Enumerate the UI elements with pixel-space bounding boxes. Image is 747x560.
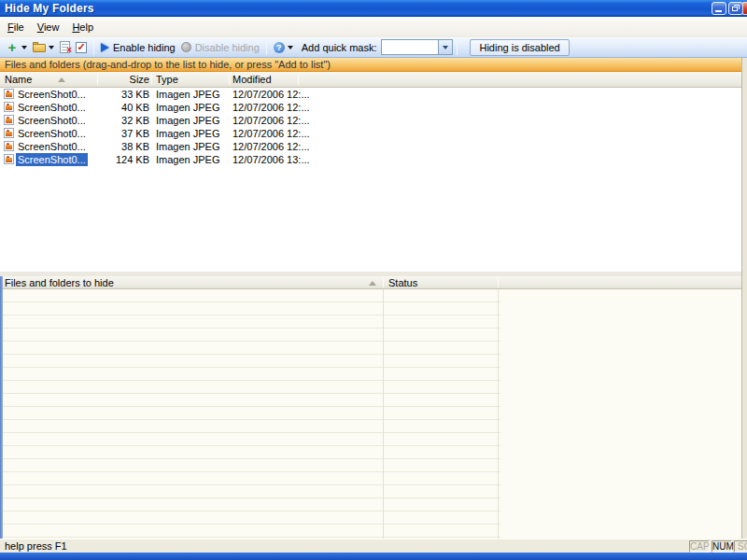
menu-help[interactable]: Help: [65, 19, 100, 35]
scroll-lock-indicator: SC: [734, 540, 747, 553]
add-files-dropdown-icon: [21, 46, 27, 49]
table-row[interactable]: ScreenShot0... 38 KB Imagen JPEG 12/07/2…: [0, 140, 741, 153]
enable-hiding-button[interactable]: Enable hiding: [98, 38, 178, 57]
file-list: ScreenShot0... 33 KB Imagen JPEG 12/07/2…: [0, 88, 741, 272]
file-name: ScreenShot0...: [16, 140, 88, 153]
caps-lock-indicator: CAP: [689, 540, 710, 553]
column-header-files-to-hide[interactable]: Files and folders to hide: [5, 277, 114, 288]
table-row[interactable]: ScreenShot0... 40 KB Imagen JPEG 12/07/2…: [0, 101, 741, 114]
file-size: 40 KB: [92, 101, 149, 114]
stop-icon: [181, 42, 191, 52]
window-right-border: [741, 58, 747, 553]
menu-view[interactable]: View: [31, 19, 66, 35]
file-type: Imagen JPEG: [156, 101, 219, 114]
jpeg-file-icon: [4, 115, 14, 125]
window-left-border: [0, 276, 3, 553]
file-name: ScreenShot0...: [16, 127, 88, 140]
add-folder-button[interactable]: [30, 38, 57, 57]
file-list-header: Name Size Type Modified: [0, 72, 747, 88]
chevron-down-icon: [443, 46, 448, 49]
sort-ascending-icon: [369, 281, 376, 286]
column-header-type[interactable]: Type: [156, 74, 178, 85]
disable-hiding-button[interactable]: Disable hiding: [178, 38, 262, 57]
file-type: Imagen JPEG: [156, 114, 219, 127]
column-header-size[interactable]: Size: [92, 74, 149, 85]
file-modified: 12/07/2006 13:...: [233, 153, 310, 166]
file-modified: 12/07/2006 12:...: [233, 114, 310, 127]
play-icon: [101, 43, 109, 52]
file-size: 32 KB: [92, 114, 149, 127]
hide-list[interactable]: [3, 289, 741, 539]
restore-button[interactable]: [728, 2, 743, 15]
add-files-button[interactable]: +: [3, 38, 30, 57]
sort-ascending-icon: [58, 77, 65, 82]
file-type: Imagen JPEG: [156, 88, 219, 101]
file-modified: 12/07/2006 12:...: [233, 127, 310, 140]
quick-mask-label: Add quick mask:: [302, 42, 377, 53]
add-files-icon: +: [6, 41, 19, 54]
file-name: ScreenShot0...: [16, 153, 88, 166]
quick-mask-icon: ?: [274, 42, 285, 53]
minimize-icon: [715, 10, 722, 12]
file-type: Imagen JPEG: [156, 153, 219, 166]
status-help-text: help press F1: [0, 540, 67, 552]
remove-from-list-button[interactable]: ×: [57, 38, 73, 57]
window-bottom-border: [0, 553, 747, 560]
table-row[interactable]: ScreenShot0... 37 KB Imagen JPEG 12/07/2…: [0, 127, 741, 140]
title-bar: Hide My Folders: [0, 0, 747, 17]
column-header-modified[interactable]: Modified: [233, 74, 272, 85]
hide-list-header: Files and folders to hide Status: [0, 276, 747, 289]
quick-mask-input[interactable]: [381, 39, 439, 55]
file-name: ScreenShot0...: [16, 114, 88, 127]
quick-mask-dropdown-icon: [288, 46, 293, 49]
file-modified: 12/07/2006 12:...: [233, 88, 310, 101]
jpeg-file-icon: [4, 89, 14, 99]
info-bar: Files and folders (drag-and-drop to the …: [0, 58, 747, 72]
jpeg-file-icon: [4, 141, 14, 151]
remove-icon: ×: [60, 41, 70, 53]
column-header-name[interactable]: Name: [5, 74, 32, 85]
window-title: Hide My Folders: [0, 2, 94, 15]
toolbar-separator: [457, 40, 458, 55]
file-name: ScreenShot0...: [16, 101, 88, 114]
file-size: 33 KB: [92, 88, 149, 101]
quick-mask-combobox: [381, 39, 453, 55]
file-type: Imagen JPEG: [156, 140, 219, 153]
table-row[interactable]: ScreenShot0... 33 KB Imagen JPEG 12/07/2…: [0, 88, 741, 101]
column-header-status[interactable]: Status: [388, 277, 417, 288]
add-folder-dropdown-icon: [49, 46, 54, 49]
menu-bar: File View Help: [0, 17, 747, 37]
table-row[interactable]: ScreenShot0... 124 KB Imagen JPEG 12/07/…: [0, 153, 741, 166]
toolbar-separator: [266, 40, 267, 55]
check-list-button[interactable]: ✓: [73, 38, 90, 57]
file-size: 38 KB: [92, 140, 149, 153]
status-bar: help press F1 CAP NUM SC: [0, 539, 747, 553]
menu-file[interactable]: File: [1, 19, 31, 35]
jpeg-file-icon: [4, 128, 14, 138]
add-folder-icon: [33, 42, 46, 52]
file-size: 37 KB: [92, 127, 149, 140]
minimize-button[interactable]: [712, 2, 726, 15]
file-name: ScreenShot0...: [16, 88, 88, 101]
checkbox-icon: ✓: [76, 42, 87, 53]
info-bar-text: Files and folders (drag-and-drop to the …: [5, 59, 331, 70]
toolbar-separator: [93, 40, 94, 55]
file-modified: 12/07/2006 12:...: [233, 140, 310, 153]
empty-rows-grid: [3, 289, 500, 539]
close-button[interactable]: [742, 2, 747, 15]
file-type: Imagen JPEG: [156, 127, 219, 140]
quick-mask-combo-dropdown-button[interactable]: [439, 39, 453, 55]
jpeg-file-icon: [4, 102, 14, 112]
quick-mask-button[interactable]: ?: [271, 38, 296, 57]
jpeg-file-icon: [4, 154, 14, 164]
toolbar: + × ✓ Enable hiding Disable hiding ? Add…: [0, 37, 747, 58]
table-row[interactable]: ScreenShot0... 32 KB Imagen JPEG 12/07/2…: [0, 114, 741, 127]
num-lock-indicator: NUM: [712, 540, 732, 553]
hiding-status-indicator[interactable]: Hiding is disabled: [470, 39, 569, 56]
file-size: 124 KB: [92, 153, 149, 166]
file-modified: 12/07/2006 12:...: [233, 101, 310, 114]
